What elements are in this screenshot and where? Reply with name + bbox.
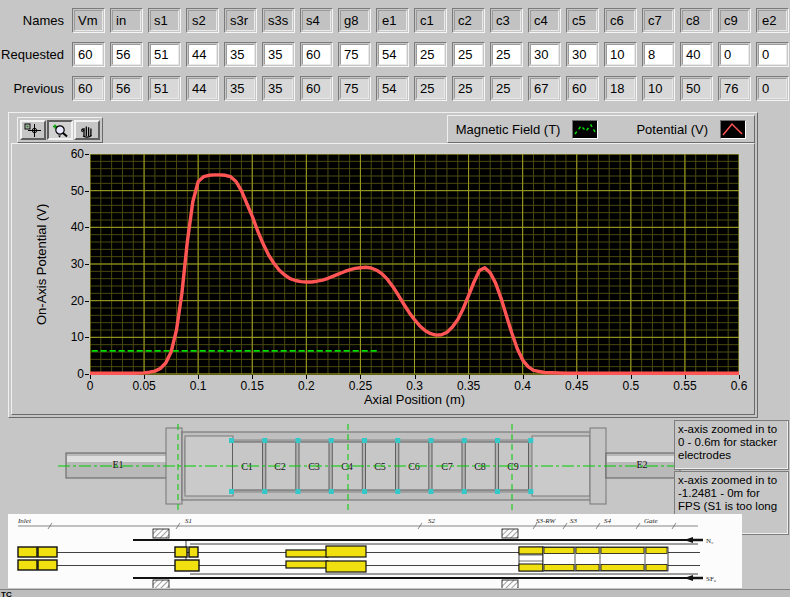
- requested-cell-g8[interactable]: 75: [338, 42, 371, 67]
- x-tick-mark: [90, 375, 91, 379]
- requested-cell-e1[interactable]: 54: [376, 42, 409, 67]
- previous-value: 54: [378, 78, 407, 99]
- previous-cell-e1: 54: [376, 76, 409, 101]
- x-tick-label: 0: [87, 379, 94, 393]
- previous-cell-c2: 25: [452, 76, 485, 101]
- requested-cell-s2[interactable]: 44: [186, 42, 219, 67]
- requested-cell-c8[interactable]: 40: [680, 42, 713, 67]
- name-value: c7: [644, 10, 673, 31]
- requested-value[interactable]: 60: [74, 44, 103, 65]
- previous-cell-c4: 67: [528, 76, 561, 101]
- pan-hand-button[interactable]: [74, 120, 100, 140]
- requested-cell-c9[interactable]: 0: [718, 42, 751, 67]
- x-tick-label: 0.2: [298, 379, 315, 393]
- name-cell-c5: c5: [566, 8, 599, 33]
- legend-entry-potential[interactable]: Potential (V): [636, 120, 746, 139]
- requested-value[interactable]: 0: [758, 44, 787, 65]
- name-cell-s4: s4: [300, 8, 333, 33]
- requested-value[interactable]: 25: [492, 44, 521, 65]
- x-tick-mark: [739, 375, 740, 379]
- requested-cell-s3s[interactable]: 35: [262, 42, 295, 67]
- name-value: g8: [340, 10, 369, 31]
- requested-value[interactable]: 51: [150, 44, 179, 65]
- requested-value[interactable]: 56: [112, 44, 141, 65]
- requested-cells: 60565144353560755425252530301084000: [72, 42, 790, 67]
- name-value: c1: [416, 10, 445, 31]
- requested-cell-in[interactable]: 56: [110, 42, 143, 67]
- previous-row: Previous 6056514435356075542525256760181…: [0, 76, 790, 103]
- requested-cell-c6[interactable]: 10: [604, 42, 637, 67]
- name-value: s2: [188, 10, 217, 31]
- svg-text:Inlet: Inlet: [17, 517, 32, 525]
- requested-row-label: Requested: [0, 47, 64, 62]
- name-value: c6: [606, 10, 635, 31]
- requested-value[interactable]: 25: [454, 44, 483, 65]
- requested-value[interactable]: 35: [226, 44, 255, 65]
- graph-frame: On-Axis Potential (V) 00.050.10.150.20.2…: [11, 143, 755, 415]
- requested-cell-c1[interactable]: 25: [414, 42, 447, 67]
- requested-value[interactable]: 54: [378, 44, 407, 65]
- requested-value[interactable]: 30: [530, 44, 559, 65]
- x-tick-mark: [415, 375, 416, 379]
- requested-value[interactable]: 10: [606, 44, 635, 65]
- requested-cell-s1[interactable]: 51: [148, 42, 181, 67]
- y-axis-title: On-Axis Potential (V): [34, 154, 49, 375]
- x-tick-label: 0.5: [622, 379, 639, 393]
- requested-value[interactable]: 44: [188, 44, 217, 65]
- requested-value[interactable]: 60: [302, 44, 331, 65]
- requested-value[interactable]: 40: [682, 44, 711, 65]
- previous-value: 50: [682, 78, 711, 99]
- requested-cell-c2[interactable]: 25: [452, 42, 485, 67]
- requested-cell-c4[interactable]: 30: [528, 42, 561, 67]
- plot-area[interactable]: [90, 154, 739, 375]
- requested-value[interactable]: 35: [264, 44, 293, 65]
- names-row-label: Names: [0, 13, 64, 28]
- requested-cell-e2[interactable]: 0: [756, 42, 789, 67]
- previous-value: 44: [188, 78, 217, 99]
- bottom-window-edge: [0, 589, 790, 597]
- requested-cell-s4[interactable]: 60: [300, 42, 333, 67]
- legend-entry-magnetic-field[interactable]: Magnetic Field (T): [456, 120, 599, 139]
- y-tick-mark: [85, 374, 89, 375]
- requested-value[interactable]: 25: [416, 44, 445, 65]
- name-value: s3s: [264, 10, 293, 31]
- name-value: e1: [378, 10, 407, 31]
- sf6-inlet-arrow: SF₆: [684, 575, 717, 583]
- svg-text:S4: S4: [604, 517, 612, 525]
- requested-value[interactable]: 0: [720, 44, 749, 65]
- x-tick-mark: [469, 375, 470, 379]
- requested-value[interactable]: 8: [644, 44, 673, 65]
- legend-sample-magnetic-field: [572, 120, 598, 139]
- svg-text:Gate: Gate: [644, 517, 658, 525]
- y-tick-mark: [85, 154, 89, 155]
- legend-sample-potential: [720, 120, 746, 139]
- name-cell-c1: c1: [414, 8, 447, 33]
- previous-value: 76: [720, 78, 749, 99]
- x-tick-label: 0.05: [132, 379, 155, 393]
- previous-cell-Vm: 60: [72, 76, 105, 101]
- x-tick-label: 0.1: [190, 379, 207, 393]
- requested-value[interactable]: 30: [568, 44, 597, 65]
- previous-cell-c9: 76: [718, 76, 751, 101]
- y-tick-label: 30: [52, 257, 84, 271]
- previous-cell-c7: 10: [642, 76, 675, 101]
- requested-cell-c7[interactable]: 8: [642, 42, 675, 67]
- previous-value: 60: [302, 78, 331, 99]
- requested-value[interactable]: 75: [340, 44, 369, 65]
- requested-cell-Vm[interactable]: 60: [72, 42, 105, 67]
- requested-cell-c3[interactable]: 25: [490, 42, 523, 67]
- zoom-tool-button[interactable]: [47, 120, 73, 140]
- requested-cell-s3r[interactable]: 35: [224, 42, 257, 67]
- zoom-magnifier-icon: [51, 123, 69, 138]
- previous-row-label: Previous: [0, 81, 64, 96]
- name-value: c9: [720, 10, 749, 31]
- previous-value: 25: [492, 78, 521, 99]
- svg-text:E1: E1: [112, 459, 123, 470]
- x-tick-mark: [577, 375, 578, 379]
- requested-cell-c5[interactable]: 30: [566, 42, 599, 67]
- s2-electrodes: [286, 546, 366, 572]
- crosshair-cursor-button[interactable]: [20, 120, 46, 140]
- previous-cell-s1: 51: [148, 76, 181, 101]
- previous-value: 0: [758, 78, 787, 99]
- requested-row: Requested 605651443535607554252525303010…: [0, 42, 790, 69]
